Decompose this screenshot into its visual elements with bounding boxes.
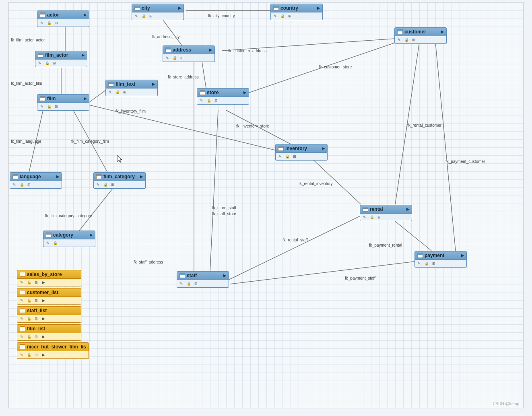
lock-icon[interactable]: 🔒 <box>172 55 177 61</box>
pencil-icon[interactable]: ✎ <box>19 298 25 303</box>
table-film-text-header[interactable]: film_text ▶ <box>105 80 158 89</box>
arrow-right-icon[interactable]: ▶ <box>41 298 46 303</box>
pencil-icon[interactable]: ✎ <box>39 20 45 26</box>
table-rental-actions: ✎ 🔒 ⊞ <box>360 214 412 221</box>
table-customer-header[interactable]: customer ▶ <box>394 27 447 36</box>
pencil-icon[interactable]: ✎ <box>134 13 139 19</box>
lock-icon[interactable]: 🔒 <box>369 214 375 220</box>
lock-icon[interactable]: 🔒 <box>280 13 285 19</box>
grid-icon[interactable]: ⊞ <box>110 182 115 187</box>
grid-icon[interactable]: ⊞ <box>193 281 199 286</box>
grid-icon[interactable]: ⊞ <box>54 104 59 109</box>
pencil-icon[interactable]: ✎ <box>19 334 25 340</box>
view-nicer-film-list-header[interactable]: nicer_but_slower_film_lis <box>17 342 89 351</box>
grid-icon[interactable]: ⊞ <box>213 98 219 103</box>
grid-icon[interactable]: ⊞ <box>376 214 382 220</box>
grid-icon[interactable]: ⊞ <box>33 352 39 358</box>
table-store-header[interactable]: store ▶ <box>197 88 249 97</box>
grid-icon[interactable]: ⊞ <box>287 13 293 19</box>
erd-canvas: fk_film_actor_actor fk_film_actor_film f… <box>8 2 524 408</box>
grid-icon[interactable]: ⊞ <box>411 37 417 43</box>
fk-label: fk_film_actor_film <box>11 81 42 86</box>
pencil-icon[interactable]: ✎ <box>95 182 101 187</box>
lock-icon[interactable]: 🔒 <box>141 13 146 19</box>
table-city-header[interactable]: city ▶ <box>132 4 184 12</box>
arrow-right-icon[interactable]: ▶ <box>41 352 46 358</box>
lock-icon[interactable]: 🔒 <box>46 20 52 26</box>
pencil-icon[interactable]: ✎ <box>199 98 204 103</box>
grid-icon[interactable]: ⊞ <box>122 89 128 95</box>
pencil-icon[interactable]: ✎ <box>37 60 43 66</box>
arrow-right-icon[interactable]: ▶ <box>41 334 46 340</box>
lock-icon[interactable]: 🔒 <box>206 98 212 103</box>
table-film-category-header[interactable]: film_category ▶ <box>93 172 146 181</box>
pencil-icon[interactable]: ✎ <box>165 55 170 61</box>
lock-icon[interactable]: 🔒 <box>404 37 409 43</box>
table-rental-header[interactable]: rental ▶ <box>360 205 412 214</box>
pencil-icon[interactable]: ✎ <box>417 261 422 266</box>
pencil-icon[interactable]: ✎ <box>45 240 51 246</box>
grid-icon[interactable]: ⊞ <box>148 13 154 19</box>
lock-icon[interactable]: 🔒 <box>115 89 120 95</box>
lock-icon[interactable]: 🔒 <box>26 298 32 303</box>
table-film-actor-header[interactable]: film_actor ▶ <box>35 51 87 60</box>
lock-icon[interactable]: 🔒 <box>424 261 429 266</box>
table-icon <box>96 174 102 179</box>
lock-icon[interactable]: 🔒 <box>46 104 52 109</box>
grid-icon[interactable]: ⊞ <box>54 20 59 26</box>
pencil-icon[interactable]: ✎ <box>19 316 25 321</box>
grid-icon[interactable]: ⊞ <box>33 334 39 340</box>
pencil-icon[interactable]: ✎ <box>39 104 45 109</box>
grid-icon[interactable]: ⊞ <box>431 261 437 266</box>
pencil-icon[interactable]: ✎ <box>396 37 402 43</box>
lock-icon[interactable]: 🔒 <box>26 280 32 285</box>
lock-icon[interactable]: 🔒 <box>26 334 32 340</box>
pencil-icon[interactable]: ✎ <box>272 13 278 19</box>
table-address-label: address <box>173 47 191 53</box>
view-film-list-header[interactable]: film_list <box>17 324 81 333</box>
pencil-icon[interactable]: ✎ <box>107 89 113 95</box>
table-staff-header[interactable]: staff ▶ <box>177 271 229 280</box>
lock-icon[interactable]: 🔒 <box>52 240 58 246</box>
arrow-right-icon[interactable]: ▶ <box>41 280 46 285</box>
pencil-icon[interactable]: ✎ <box>277 154 283 159</box>
lock-icon[interactable]: 🔒 <box>186 281 192 286</box>
lock-icon[interactable]: 🔒 <box>103 182 108 187</box>
view-customer-list-header[interactable]: customer_list <box>17 288 81 297</box>
table-language-header[interactable]: language ▶ <box>10 172 62 181</box>
pencil-icon[interactable]: ✎ <box>19 280 25 285</box>
table-payment-header[interactable]: payment ▶ <box>414 251 467 260</box>
lock-icon[interactable]: 🔒 <box>44 60 50 66</box>
table-actor-header[interactable]: actor ▶ <box>37 10 89 19</box>
pencil-icon[interactable]: ✎ <box>19 352 25 358</box>
table-rental-label: rental <box>370 206 383 212</box>
table-film-header[interactable]: film ▶ <box>37 94 89 103</box>
table-country-header[interactable]: country ▶ <box>270 4 323 12</box>
grid-icon[interactable]: ⊞ <box>52 60 57 66</box>
lock-icon[interactable]: 🔒 <box>26 316 32 321</box>
pencil-icon[interactable]: ✎ <box>12 182 17 187</box>
svg-line-9 <box>202 62 206 88</box>
table-actor: actor ▶ ✎ 🔒 ⊞ <box>37 10 89 27</box>
grid-icon[interactable]: ⊞ <box>26 182 32 187</box>
pencil-icon[interactable]: ✎ <box>362 214 367 220</box>
pencil-icon[interactable]: ✎ <box>179 281 184 286</box>
grid-icon[interactable]: ⊞ <box>33 298 39 303</box>
grid-icon[interactable]: ⊞ <box>292 154 297 159</box>
table-inventory-header[interactable]: inventory ▶ <box>275 144 328 153</box>
svg-line-12 <box>226 110 291 144</box>
view-customer-list-actions: ✎ 🔒 ⊞ ▶ <box>17 297 81 305</box>
table-address-header[interactable]: address ▶ <box>163 45 215 54</box>
lock-icon[interactable]: 🔒 <box>285 154 290 159</box>
lock-icon[interactable]: 🔒 <box>26 352 32 358</box>
grid-icon[interactable]: ⊞ <box>33 316 39 321</box>
view-sales-by-store-header[interactable]: sales_by_store <box>17 270 81 279</box>
grid-icon[interactable]: ⊞ <box>179 55 185 61</box>
table-category-header[interactable]: category ▶ <box>43 231 95 239</box>
fk-label: fk_film_language <box>11 139 41 144</box>
table-icon <box>46 233 52 237</box>
arrow-right-icon[interactable]: ▶ <box>41 316 46 321</box>
lock-icon[interactable]: 🔒 <box>19 182 25 187</box>
view-staff-list-header[interactable]: staff_list <box>17 306 81 315</box>
grid-icon[interactable]: ⊞ <box>33 280 39 285</box>
